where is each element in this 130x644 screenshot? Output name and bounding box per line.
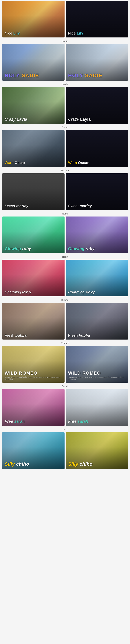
card-romeo-0[interactable]: WILD ROMEORoman never knows what he want… (2, 346, 65, 383)
pair-row-0: Nice LilyNice Lily (0, 0, 130, 38)
card-text-8-0: WILD ROMEORoman never knows what he want… (5, 371, 62, 380)
card-sarah-0[interactable]: Free sarah (2, 389, 65, 426)
card-text-3-1: Warn Oscar (68, 161, 89, 165)
section-label-ruby: Ruby (0, 211, 130, 216)
card-overlay-10-1: Silly chiho (66, 432, 128, 469)
word2-0-0: Lily (13, 31, 20, 35)
card-overlay-5-0: Glowing ruby (2, 216, 65, 253)
word1-5-0: Glowing (5, 246, 22, 251)
card-overlay-9-1: Free sarah (66, 389, 128, 426)
word2-9-1: sarah (78, 419, 88, 424)
word1-2-1: Crazy (68, 117, 80, 122)
pair-row-7: Fresh bubbaFresh bubba (0, 302, 130, 340)
card-text-5-0: Glowing ruby (5, 246, 31, 251)
card-lily-1[interactable]: Nice Lily (66, 1, 128, 38)
card-text-5-1: Glowing ruby (68, 246, 95, 251)
card-lily-0[interactable]: Nice Lily (2, 1, 65, 38)
card-text-9-1: Free sarah (68, 419, 88, 424)
word1-10-0: Silly (5, 461, 16, 467)
section-label-roxy: Roxy (0, 254, 130, 259)
card-layla-0[interactable]: Crazy Layla (2, 87, 65, 124)
card-text-1-0: HOLY SADIE (5, 73, 39, 78)
section-label-bubba: Bubba (0, 297, 130, 302)
card-roxy-1[interactable]: Charming Roxy (66, 260, 128, 296)
card-text-2-0: Crazy Layla (5, 117, 27, 122)
card-overlay-8-1: WILD ROMEORoman never knows what he want… (66, 346, 128, 383)
word1-10-1: Silly (68, 461, 80, 467)
word1-1-1: HOLY (68, 72, 85, 78)
card-text-6-0: Charming Roxy (5, 290, 31, 294)
word1-3-1: Warn (68, 161, 78, 165)
pair-row-4: Sweet marleySweet marley (0, 172, 130, 211)
section-label-chico: Chico (0, 426, 130, 432)
section-label-sarah: Sarah (0, 384, 130, 388)
card-sadie-0[interactable]: HOLY SADIE (2, 44, 65, 80)
card-text-0-0: Nice Lily (5, 31, 20, 35)
card-text-0-1: Nice Lily (68, 31, 83, 35)
card-sadie-1[interactable]: HOLY SADIE (66, 44, 128, 80)
card-text-4-0: Sweet marley (5, 204, 28, 208)
section-label-layla: Layla (0, 81, 130, 86)
word2-8-0: ROMEO (19, 370, 37, 376)
card-overlay-4-1: Sweet marley (66, 173, 128, 210)
card-overlay-10-0: Silly chiho (2, 432, 65, 469)
word2-0-1: Lily (77, 31, 83, 35)
card-text-7-1: Fresh bubba (68, 333, 90, 337)
word1-7-0: Fresh (5, 333, 15, 337)
card-bubba-0[interactable]: Fresh bubba (2, 303, 65, 340)
card-text-9-0: Free sarah (5, 419, 25, 424)
card-overlay-8-0: WILD ROMEORoman never knows what he want… (2, 346, 65, 383)
card-ruby-0[interactable]: Glowing ruby (2, 216, 65, 253)
card-overlay-0-1: Nice Lily (66, 1, 128, 38)
word2-5-1: ruby (86, 246, 95, 251)
card-roxy-0[interactable]: Charming Roxy (2, 260, 65, 296)
card-text-4-1: Sweet marley (68, 204, 92, 208)
card-bubba-1[interactable]: Fresh bubba (66, 303, 128, 340)
card-layla-1[interactable]: Crazy Layla (66, 87, 128, 124)
word1-8-0: WILD (5, 370, 19, 376)
pair-row-6: Charming RoxyCharming Roxy (0, 259, 130, 297)
card-romeo-1[interactable]: WILD ROMEORoman never knows what he want… (66, 346, 128, 383)
section-label-marley: Marley (0, 168, 130, 172)
card-overlay-3-0: Warn Oscar (2, 130, 65, 167)
card-overlay-1-1: HOLY SADIE (66, 44, 128, 80)
card-sarah-1[interactable]: Free sarah (66, 389, 128, 426)
word1-5-1: Glowing (68, 246, 86, 251)
card-overlay-4-0: Sweet marley (2, 173, 65, 210)
card-overlay-1-0: HOLY SADIE (2, 44, 65, 80)
word2-10-0: chiho (16, 461, 29, 467)
word2-1-0: SADIE (22, 72, 39, 78)
subtitle-8-1: Roman never knows what he wants, he seem… (68, 376, 126, 380)
pair-row-1: HOLY SADIEHOLY SADIE (0, 43, 130, 81)
card-ruby-1[interactable]: Glowing ruby (66, 216, 128, 253)
card-marley-0[interactable]: Sweet marley (2, 173, 65, 210)
pair-row-10: Silly chihoSilly chiho (0, 432, 130, 470)
card-oscar-1[interactable]: Warn Oscar (66, 130, 128, 167)
word2-6-1: Roxy (85, 290, 95, 294)
word1-9-1: Free (68, 419, 78, 424)
word1-3-0: Warn (5, 161, 15, 165)
word2-4-1: marley (80, 204, 92, 208)
word1-6-0: Charming (5, 290, 22, 294)
pair-row-8: WILD ROMEORoman never knows what he want… (0, 345, 130, 384)
card-chico-0[interactable]: Silly chiho (2, 432, 65, 469)
pair-row-9: Free sarahFree sarah (0, 388, 130, 426)
card-overlay-6-1: Charming Roxy (66, 260, 128, 296)
card-marley-1[interactable]: Sweet marley (66, 173, 128, 210)
word2-7-1: bubba (79, 333, 90, 337)
card-overlay-2-1: Crazy Layla (66, 87, 128, 124)
word1-1-0: HOLY (5, 72, 22, 78)
card-oscar-0[interactable]: Warn Oscar (2, 130, 65, 167)
word2-10-1: chiho (80, 461, 93, 467)
card-chico-1[interactable]: Silly chiho (66, 432, 128, 469)
section-label-romeo: Romeo (0, 340, 130, 345)
word2-3-1: Oscar (78, 161, 89, 165)
pair-row-2: Crazy LaylaCrazy Layla (0, 86, 130, 124)
word2-5-0: ruby (22, 246, 31, 251)
subtitle-8-0: Roman never knows what he wants, he seem… (5, 376, 62, 380)
card-text-2-1: Crazy Layla (68, 117, 91, 122)
word2-6-0: Roxy (22, 290, 31, 294)
card-overlay-3-1: Warn Oscar (66, 130, 128, 167)
word1-0-0: Nice (5, 31, 13, 35)
card-overlay-9-0: Free sarah (2, 389, 65, 426)
